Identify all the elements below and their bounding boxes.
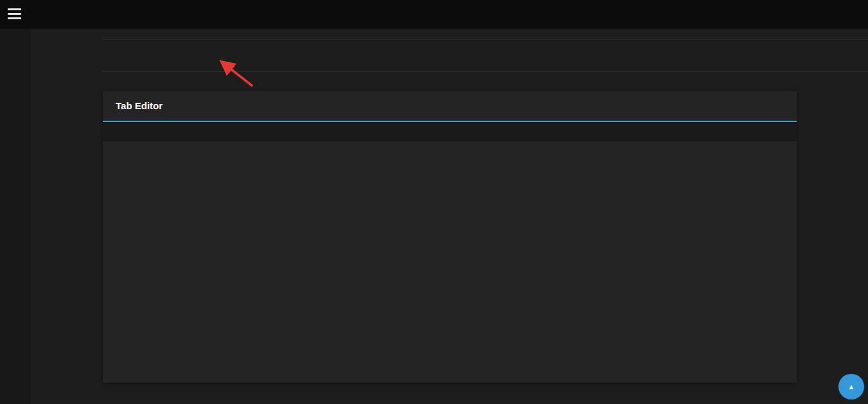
tab-editor-panel: Tab Editor [103,91,797,383]
divider [103,71,868,72]
panel-title: Tab Editor [116,100,163,111]
app-sidebar [0,29,31,404]
table-header [103,121,797,141]
red-arrow-annotation [214,59,260,91]
divider [103,39,868,40]
settings-top-tabbar [0,0,868,29]
panel-header: Tab Editor [103,91,797,121]
organizr-settings-page: Tab Editor ▲ [0,0,868,404]
hamburger-menu-icon[interactable] [8,8,22,21]
scroll-to-top-button[interactable]: ▲ [838,374,864,400]
